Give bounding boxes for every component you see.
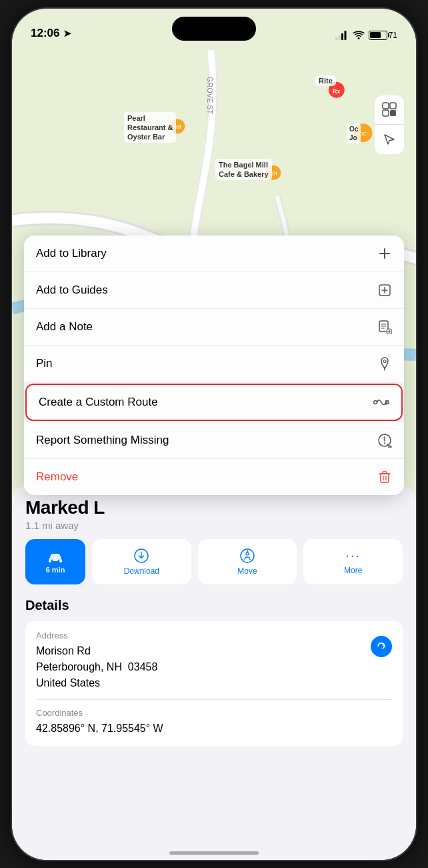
svg-point-40	[384, 442, 385, 444]
map-type-button[interactable]	[375, 95, 404, 125]
status-icons: 71	[335, 31, 397, 40]
address-row: Address Morison RdPeterborough, NH 03458…	[36, 630, 392, 691]
map-controls	[375, 95, 404, 154]
car-icon	[47, 550, 63, 563]
download-label: Download	[124, 566, 159, 576]
details-title: Details	[25, 598, 403, 613]
svg-rect-21	[390, 110, 396, 116]
svg-point-4	[357, 37, 359, 39]
signal-icon	[335, 31, 349, 40]
svg-rect-19	[390, 103, 396, 109]
status-time: 12:06 ➤	[31, 27, 71, 40]
screen: 12:06 ➤	[12, 9, 416, 860]
battery-icon	[369, 31, 387, 40]
menu-item-label: Remove	[36, 470, 78, 484]
pearl-label: PearlRestaurant &Oyster Bar	[124, 112, 176, 143]
more-dots-icon: ···	[345, 548, 361, 563]
menu-item-label: Add to Library	[36, 247, 107, 260]
divider	[36, 699, 392, 700]
place-distance: 1.1 mi away	[25, 520, 105, 531]
address-label: Address	[36, 630, 157, 640]
details-card-address: Address Morison RdPeterborough, NH 03458…	[25, 621, 403, 746]
coordinates-label: Coordinates	[36, 708, 392, 718]
svg-point-50	[58, 559, 60, 561]
svg-rect-20	[383, 110, 389, 116]
location-button[interactable]	[375, 125, 404, 154]
note-add-icon	[377, 320, 392, 334]
trash-icon	[377, 470, 392, 484]
menu-item-label: Report Something Missing	[36, 434, 169, 447]
guide-add-icon	[377, 283, 392, 298]
bagel-mill-label: The Bagel MillCafe & Bakery	[215, 159, 272, 181]
menu-item-add-library[interactable]: Add to Library	[24, 236, 404, 272]
phone-frame: 12:06 ➤	[11, 7, 417, 861]
download-icon	[133, 548, 149, 564]
drive-time: 6 min	[46, 566, 65, 574]
navigate-arrow-icon	[376, 641, 387, 652]
svg-point-34	[383, 360, 386, 362]
menu-item-report[interactable]: Report Something Missing	[24, 422, 404, 459]
dynamic-island	[172, 17, 256, 41]
menu-item-label: Pin	[36, 357, 53, 370]
svg-rect-1	[338, 35, 340, 40]
coordinates-value: 42.85896° N, 71.95545° W	[36, 721, 392, 737]
download-button[interactable]: Download	[92, 539, 191, 584]
svg-text:GROVE ST: GROVE ST	[206, 76, 214, 114]
place-card-header: Marked L 1.1 mi away	[25, 497, 403, 531]
svg-rect-0	[335, 37, 337, 40]
menu-item-label: Create a Custom Route	[39, 396, 158, 409]
directions-button[interactable]: 6 min	[25, 539, 85, 584]
plus-icon	[377, 246, 392, 261]
menu-item-label: Add to Guides	[36, 284, 108, 297]
move-button[interactable]: Move	[198, 539, 297, 584]
menu-item-remove[interactable]: Remove	[24, 459, 404, 495]
address-value: Morison RdPeterborough, NH 03458United S…	[36, 643, 157, 691]
battery-container: 71	[369, 31, 397, 40]
place-name: Marked L	[25, 497, 105, 518]
menu-item-custom-route[interactable]: Create a Custom Route	[25, 384, 403, 421]
menu-item-label: Add a Note	[36, 320, 93, 334]
time-display: 12:06	[31, 27, 59, 40]
move-icon	[239, 548, 255, 564]
more-label: More	[344, 566, 362, 575]
more-button[interactable]: ··· More	[303, 539, 403, 584]
custom-route-icon	[373, 396, 389, 409]
report-icon	[377, 433, 392, 448]
place-card: Marked L 1.1 mi away 6 min	[12, 486, 416, 860]
map-type-icon	[382, 102, 397, 117]
menu-item-add-note[interactable]: Add a Note	[24, 309, 404, 346]
oc-jo-label: OcJo	[347, 123, 361, 143]
menu-item-pin[interactable]: Pin	[24, 346, 404, 382]
svg-rect-3	[344, 31, 346, 40]
menu-item-add-guides[interactable]: Add to Guides	[24, 272, 404, 309]
location-arrow-icon	[383, 133, 396, 146]
wifi-icon	[353, 31, 365, 40]
battery-level	[370, 32, 381, 38]
svg-point-49	[51, 559, 53, 561]
address-navigate-button[interactable]	[371, 636, 392, 657]
svg-rect-18	[383, 103, 389, 109]
pin-icon	[377, 356, 392, 371]
svg-text:Rx: Rx	[333, 87, 340, 94]
svg-rect-45	[381, 474, 389, 482]
move-label: Move	[237, 566, 257, 576]
context-menu: Add to Library Add to Guides Add a Note	[24, 236, 404, 495]
battery-percent: 71	[389, 31, 397, 40]
home-indicator	[169, 851, 259, 855]
svg-rect-2	[341, 33, 343, 40]
action-row: 6 min Download	[25, 539, 403, 584]
rite-label: Rite	[315, 75, 336, 86]
